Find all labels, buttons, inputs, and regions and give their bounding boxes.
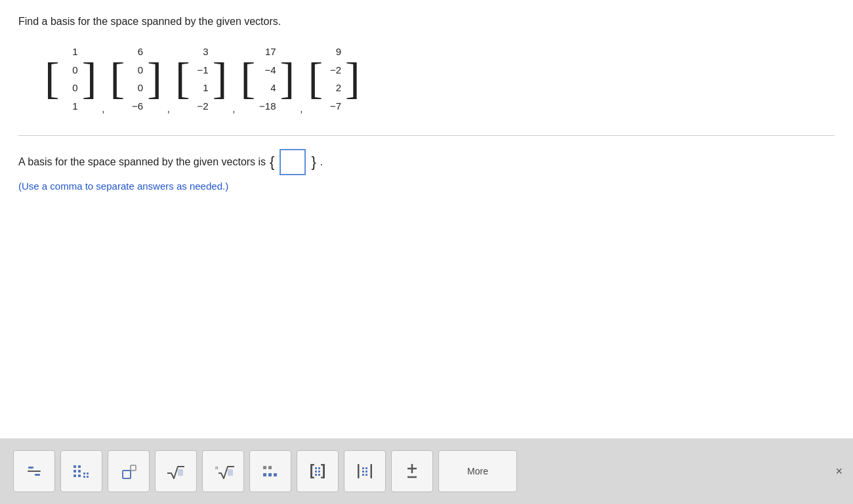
sqrt-button[interactable] <box>155 450 197 492</box>
svg-rect-28 <box>321 464 325 466</box>
svg-rect-12 <box>87 476 89 478</box>
svg-rect-18 <box>228 469 233 476</box>
open-curly: { <box>270 154 274 171</box>
svg-rect-24 <box>310 464 312 478</box>
fraction-button[interactable] <box>13 450 55 492</box>
svg-rect-6 <box>78 470 81 472</box>
svg-rect-14 <box>131 465 136 471</box>
fraction-icon <box>23 460 45 482</box>
superscript-button[interactable] <box>108 450 150 492</box>
plusminus-button[interactable] <box>391 450 433 492</box>
svg-rect-5 <box>73 470 76 472</box>
vector-4-col: 17 −4 4 −18 <box>255 41 280 117</box>
matrix-small-icon <box>70 460 93 482</box>
svg-rect-37 <box>371 464 373 478</box>
svg-rect-22 <box>263 466 266 469</box>
vector-5-col: 9 −2 2 −7 <box>323 41 345 117</box>
left-bracket-2: [ <box>110 59 125 98</box>
svg-rect-30 <box>315 467 317 469</box>
svg-rect-26 <box>310 477 314 479</box>
svg-rect-19 <box>263 473 266 476</box>
bracket-matrix-button[interactable] <box>297 450 339 492</box>
comma-3: , <box>232 103 235 114</box>
left-bracket-3: [ <box>175 59 190 98</box>
vector-5: [ 9 −2 2 −7 ] <box>308 41 360 117</box>
more-button[interactable]: More <box>438 450 517 492</box>
close-button[interactable]: × <box>835 465 843 478</box>
svg-rect-27 <box>323 464 325 478</box>
svg-rect-2 <box>35 474 40 476</box>
svg-rect-0 <box>28 467 33 469</box>
nthroot-icon: n <box>212 460 234 482</box>
section-divider <box>18 135 835 136</box>
svg-rect-41 <box>365 471 367 472</box>
hint-text: (Use a comma to separate answers as need… <box>18 180 835 192</box>
svg-rect-21 <box>274 473 277 476</box>
answer-line: A basis for the space spanned by the giv… <box>18 149 835 175</box>
vector-2: [ 6 0 0 −6 ] <box>110 41 161 117</box>
left-bracket-5: [ <box>308 59 323 98</box>
main-content: Find a basis for the space spanned by th… <box>0 0 853 438</box>
pipe-matrix-button[interactable] <box>344 450 386 492</box>
superscript-icon <box>117 460 140 482</box>
matrix-small-button[interactable] <box>60 450 102 492</box>
bracket-matrix-icon <box>306 460 329 482</box>
comma-4: , <box>300 103 302 114</box>
comma-2: , <box>167 103 170 114</box>
svg-rect-3 <box>73 465 76 468</box>
right-bracket-3: ] <box>213 59 228 98</box>
svg-rect-8 <box>78 474 81 477</box>
svg-rect-1 <box>28 471 41 472</box>
svg-rect-32 <box>315 471 317 472</box>
svg-rect-38 <box>362 467 364 469</box>
svg-rect-35 <box>318 474 320 476</box>
vector-4: [ 17 −4 4 −18 ] <box>240 41 295 117</box>
right-bracket-2: ] <box>147 59 162 98</box>
toolbar: n <box>0 438 853 504</box>
answer-input-box[interactable] <box>280 149 306 175</box>
more-label: More <box>467 466 488 476</box>
svg-rect-43 <box>365 474 367 476</box>
svg-rect-11 <box>83 476 85 478</box>
close-curly: } <box>311 154 316 171</box>
vector-3: [ 3 −1 1 −2 ] <box>175 41 227 117</box>
svg-rect-33 <box>318 471 320 472</box>
right-bracket-1: ] <box>82 59 97 98</box>
svg-rect-23 <box>268 466 272 469</box>
dots-button[interactable] <box>249 450 291 492</box>
answer-suffix: . <box>320 156 323 168</box>
comma-1: , <box>102 103 104 114</box>
svg-rect-34 <box>315 474 317 476</box>
answer-prefix: A basis for the space spanned by the giv… <box>18 156 266 168</box>
dots-icon <box>259 460 281 482</box>
vector-3-col: 3 −1 1 −2 <box>190 41 213 117</box>
svg-rect-10 <box>87 472 89 474</box>
vector-1: [ 1 0 0 1 ] <box>45 41 96 117</box>
vectors-row: [ 1 0 0 1 ] , [ 6 0 0 −6 ] , [ <box>45 41 835 117</box>
svg-rect-42 <box>362 474 364 476</box>
svg-rect-7 <box>73 474 76 477</box>
svg-rect-36 <box>358 464 360 478</box>
svg-rect-20 <box>268 473 272 476</box>
right-bracket-4: ] <box>280 59 295 98</box>
right-bracket-5: ] <box>345 59 360 98</box>
vector-1-col: 1 0 0 1 <box>60 41 82 117</box>
nthroot-button[interactable]: n <box>202 450 244 492</box>
svg-rect-13 <box>123 471 131 478</box>
question-text: Find a basis for the space spanned by th… <box>18 16 835 28</box>
sqrt-icon <box>165 460 187 482</box>
plusminus-icon <box>401 460 423 482</box>
svg-rect-25 <box>310 464 314 466</box>
svg-rect-9 <box>83 472 85 474</box>
left-bracket-1: [ <box>45 59 60 98</box>
pipe-matrix-icon <box>354 460 376 482</box>
svg-rect-39 <box>365 467 367 469</box>
svg-rect-40 <box>362 471 364 472</box>
svg-rect-16 <box>178 469 183 476</box>
svg-rect-4 <box>78 465 81 468</box>
close-icon: × <box>835 465 843 478</box>
left-bracket-4: [ <box>240 59 255 98</box>
svg-rect-29 <box>321 477 325 479</box>
svg-text:n: n <box>215 464 218 471</box>
svg-rect-31 <box>318 467 320 469</box>
